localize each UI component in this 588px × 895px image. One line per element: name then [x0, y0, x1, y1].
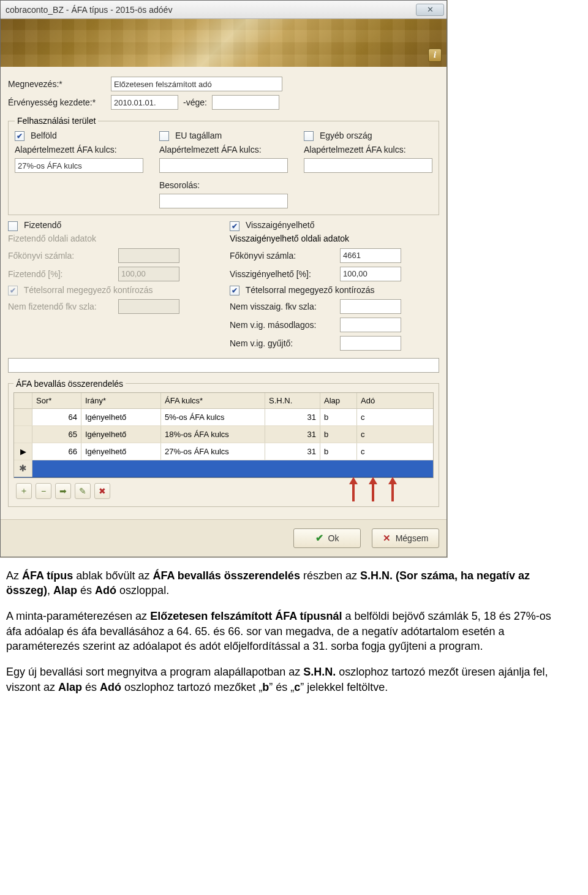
cell-kulcs[interactable]: 5%-os ÁFA kulcs	[161, 409, 265, 425]
cell-ado[interactable]: c	[357, 409, 394, 425]
arrow-up-icon	[350, 477, 358, 501]
domestic-check-row[interactable]: ✔ Belföld	[15, 131, 143, 141]
new-row-icon: ✱	[14, 460, 32, 477]
eu-key-select[interactable]	[159, 158, 288, 173]
col-kulcs[interactable]: ÁFA kulcs*	[161, 393, 265, 408]
cell-alap[interactable]: b	[320, 443, 357, 460]
delete-row-button[interactable]: ✖	[94, 483, 110, 499]
payable-ledger-input	[118, 248, 179, 263]
col-irany[interactable]: Irány*	[81, 393, 161, 408]
col-ado[interactable]: Adó	[357, 393, 394, 408]
reclaim-percent-input[interactable]	[340, 267, 401, 281]
close-button[interactable]: ✕	[416, 4, 444, 16]
reclaim-check-row[interactable]: ✔ Visszaigényelhető	[230, 220, 439, 230]
cell-sor[interactable]: 66	[32, 443, 81, 460]
col-sor[interactable]: Sor*	[32, 393, 81, 408]
cell-alap[interactable]: b	[320, 426, 357, 443]
plus-icon: ＋	[20, 486, 28, 497]
cancel-button[interactable]: ✕ Mégsem	[372, 528, 439, 548]
valid-to-input[interactable]	[212, 95, 279, 110]
window-title: cobraconto_BZ - ÁFA típus - 2015-ös adóé…	[6, 5, 416, 15]
class-label: Besorolás:	[159, 180, 288, 190]
table-row[interactable]: 64 Igényelhető 5%-os ÁFA kulcs 31 b c	[14, 409, 433, 426]
cell-sor[interactable]: 64	[32, 409, 81, 425]
row-marker-icon	[14, 426, 32, 443]
reclaim-ledger-label: Főkönyvi számla:	[230, 251, 334, 261]
checkbox-icon: ✔	[230, 286, 239, 295]
reclaim-novig-input[interactable]	[340, 299, 401, 314]
reclaim-coll-input[interactable]	[340, 336, 401, 351]
reclaim-novig-label: Nem visszaig. fkv szla:	[230, 302, 334, 311]
name-input[interactable]	[111, 77, 282, 91]
class-select[interactable]	[159, 194, 288, 208]
col-shn[interactable]: S.H.N.	[265, 393, 320, 408]
free-text-input[interactable]	[8, 358, 439, 373]
table-toolbar: ＋ − ➡ ✎ ✖	[13, 478, 434, 501]
arrow-up-icon	[390, 477, 397, 501]
eu-check-row[interactable]: EU tagállam	[159, 131, 288, 141]
payable-percent-label: Fizetendő [%]:	[8, 269, 112, 279]
other-key-select[interactable]	[304, 158, 432, 173]
remove-row-button[interactable]: −	[36, 483, 51, 499]
cell-sor[interactable]: 65	[32, 426, 81, 443]
reclaim-sec-label: Nem v.ig. másodlagos:	[230, 320, 334, 330]
payable-notpay-label: Nem fizetendő fkv szla:	[8, 302, 112, 311]
valid-from-input[interactable]	[111, 95, 178, 110]
eu-label: EU tagállam	[175, 131, 222, 140]
usage-legend: Felhasználási terület	[15, 116, 98, 126]
payable-sameline-row: ✔ Tételsorral megegyező kontírozás	[8, 285, 217, 295]
explanation-text: Az ÁFA típus ablak bővült az ÁFA bevallá…	[0, 557, 570, 712]
cell-kulcs[interactable]: 27%-os ÁFA kulcs	[161, 443, 265, 460]
cell-irany[interactable]: Igényelhető	[81, 426, 161, 443]
reclaim-heading: Visszaigényelhető oldali adatok	[230, 234, 439, 243]
forward-button[interactable]: ➡	[55, 483, 71, 499]
cell-ado[interactable]: c	[357, 443, 394, 460]
payable-heading: Fizetendő oldali adatok	[8, 234, 217, 243]
other-label: Egyéb ország	[320, 131, 372, 140]
valid-to-label: -vége:	[183, 97, 207, 107]
col-alap[interactable]: Alap	[320, 393, 357, 408]
mapping-group: ÁFA bevallás összerendelés Sor* Irány* Á…	[8, 379, 439, 507]
reclaim-ledger-input[interactable]	[340, 248, 401, 263]
reclaim-coll-label: Nem v.ig. gyűjtő:	[230, 338, 334, 348]
add-row-button[interactable]: ＋	[16, 483, 32, 499]
payable-label: Fizetendő	[24, 220, 61, 230]
reclaim-sec-input[interactable]	[340, 318, 401, 332]
reclaim-sameline-label: Tételsorral megegyező kontírozás	[246, 285, 375, 295]
minus-icon: −	[41, 486, 46, 496]
cell-shn[interactable]: 31	[265, 426, 320, 443]
ok-label: Ok	[328, 533, 339, 543]
row-marker-icon	[14, 409, 32, 425]
checkbox-icon	[159, 131, 169, 141]
eu-defkey-label: Alapértelmezett ÁFA kulcs:	[159, 145, 288, 154]
payable-panel: Fizetendő Fizetendő oldali adatok Főköny…	[8, 220, 217, 354]
reclaim-sameline-row[interactable]: ✔ Tételsorral megegyező kontírozás	[230, 285, 439, 295]
table-row[interactable]: 65 Igényelhető 18%-os ÁFA kulcs 31 b c	[14, 426, 433, 443]
new-row[interactable]: ✱	[14, 460, 433, 478]
checkbox-icon: ✔	[230, 221, 239, 231]
cell-irany[interactable]: Igényelhető	[81, 409, 161, 425]
ok-button[interactable]: ✔ Ok	[293, 528, 361, 548]
pencil-icon: ✎	[79, 486, 86, 496]
cell-shn[interactable]: 31	[265, 443, 320, 460]
domestic-defkey-label: Alapértelmezett ÁFA kulcs:	[15, 145, 143, 154]
titlebar: cobraconto_BZ - ÁFA típus - 2015-ös adóé…	[1, 1, 447, 19]
cancel-label: Mégsem	[396, 533, 429, 543]
other-check-row[interactable]: Egyéb ország	[304, 131, 432, 141]
cell-alap[interactable]: b	[320, 409, 357, 425]
cell-ado[interactable]: c	[357, 426, 394, 443]
domestic-key-select[interactable]: 27%-os ÁFA kulcs	[15, 158, 143, 173]
checkbox-icon	[304, 131, 314, 141]
delete-icon: ✖	[99, 486, 106, 496]
arrow-up-icon	[370, 477, 377, 501]
cell-shn[interactable]: 31	[265, 409, 320, 425]
info-button[interactable]: i	[428, 48, 442, 62]
arrow-icon: ➡	[59, 486, 67, 496]
cell-irany[interactable]: Igényelhető	[81, 443, 161, 460]
edit-row-button[interactable]: ✎	[75, 483, 91, 499]
payable-check-row[interactable]: Fizetendő	[8, 220, 217, 230]
cell-kulcs[interactable]: 18%-os ÁFA kulcs	[161, 426, 265, 443]
table-row[interactable]: ▶ 66 Igényelhető 27%-os ÁFA kulcs 31 b c	[14, 443, 433, 460]
name-label: Megnevezés:*	[8, 79, 106, 89]
ribbon-banner: i	[1, 19, 447, 67]
